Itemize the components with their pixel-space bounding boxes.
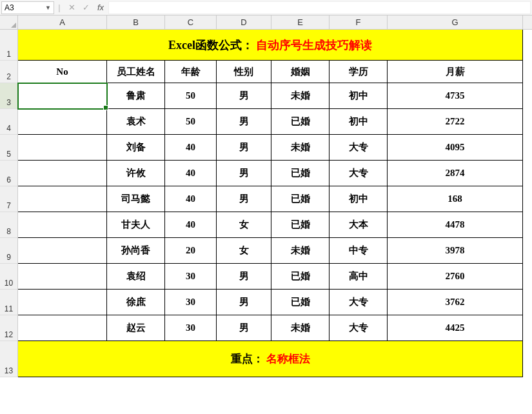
cell-salary[interactable]: 4735	[388, 83, 523, 109]
row-header-3[interactable]: 3	[0, 83, 18, 109]
header-gender[interactable]: 性别	[217, 61, 271, 83]
header-no[interactable]: No	[18, 61, 107, 83]
select-all-corner[interactable]	[0, 15, 18, 29]
cell-marriage[interactable]: 已婚	[271, 186, 330, 212]
cell-gender[interactable]: 男	[217, 186, 271, 212]
cell-salary[interactable]: 2722	[388, 109, 523, 135]
cell-no[interactable]	[18, 238, 107, 264]
cell-age[interactable]: 20	[165, 238, 217, 264]
cell-name[interactable]: 孙尚香	[107, 238, 165, 264]
cell-no[interactable]	[18, 83, 107, 109]
header-edu[interactable]: 学历	[330, 61, 388, 83]
cell-edu[interactable]: 大专	[330, 290, 388, 315]
footer-cell[interactable]: 重点：名称框法	[18, 341, 523, 377]
row-header-4[interactable]: 4	[0, 109, 18, 135]
cell-salary[interactable]: 4095	[388, 135, 523, 161]
cell-marriage[interactable]: 未婚	[271, 238, 330, 264]
cell-age[interactable]: 40	[165, 212, 217, 238]
cell-name[interactable]: 徐庶	[107, 290, 165, 315]
cell-edu[interactable]: 初中	[330, 186, 388, 212]
cell-age[interactable]: 30	[165, 315, 217, 341]
cell-marriage[interactable]: 已婚	[271, 161, 330, 186]
cell-marriage[interactable]: 已婚	[271, 212, 330, 238]
cell-gender[interactable]: 男	[217, 83, 271, 109]
cell-name[interactable]: 鲁肃	[107, 83, 165, 109]
cell-edu[interactable]: 初中	[330, 83, 388, 109]
cell-salary[interactable]: 4478	[388, 212, 523, 238]
cell-gender[interactable]: 男	[217, 135, 271, 161]
col-header-B[interactable]: B	[107, 15, 165, 29]
cell-salary[interactable]: 4425	[388, 315, 523, 341]
header-age[interactable]: 年龄	[165, 61, 217, 83]
row-header-7[interactable]: 7	[0, 186, 18, 212]
row-header-12[interactable]: 12	[0, 315, 18, 341]
cell-age[interactable]: 40	[165, 186, 217, 212]
cell-no[interactable]	[18, 212, 107, 238]
cell-edu[interactable]: 大专	[330, 135, 388, 161]
col-header-G[interactable]: G	[388, 15, 523, 29]
cell-marriage[interactable]: 未婚	[271, 315, 330, 341]
col-header-E[interactable]: E	[271, 15, 330, 29]
cell-salary[interactable]: 2874	[388, 161, 523, 186]
cell-name[interactable]: 赵云	[107, 315, 165, 341]
cell-no[interactable]	[18, 161, 107, 186]
cell-age[interactable]: 50	[165, 109, 217, 135]
row-header-13[interactable]: 13	[0, 341, 18, 377]
name-box[interactable]: A3 ▼	[1, 1, 54, 14]
cell-age[interactable]: 50	[165, 83, 217, 109]
cell-gender[interactable]: 男	[217, 264, 271, 290]
header-marriage[interactable]: 婚姻	[271, 61, 330, 83]
cell-name[interactable]: 甘夫人	[107, 212, 165, 238]
cell-marriage[interactable]: 未婚	[271, 83, 330, 109]
cell-age[interactable]: 30	[165, 264, 217, 290]
row-header-1[interactable]: 1	[0, 30, 18, 61]
row-header-2[interactable]: 2	[0, 61, 18, 83]
row-header-10[interactable]: 10	[0, 264, 18, 290]
col-header-C[interactable]: C	[165, 15, 217, 29]
cell-age[interactable]: 40	[165, 161, 217, 186]
cell-marriage[interactable]: 已婚	[271, 264, 330, 290]
cell-name[interactable]: 刘备	[107, 135, 165, 161]
cell-gender[interactable]: 男	[217, 109, 271, 135]
cell-no[interactable]	[18, 186, 107, 212]
cell-salary[interactable]: 3978	[388, 238, 523, 264]
row-header-11[interactable]: 11	[0, 290, 18, 315]
cell-salary[interactable]: 168	[388, 186, 523, 212]
cell-salary[interactable]: 3762	[388, 290, 523, 315]
cell-edu[interactable]: 高中	[330, 264, 388, 290]
cell-marriage[interactable]: 已婚	[271, 109, 330, 135]
cell-edu[interactable]: 中专	[330, 238, 388, 264]
cell-name[interactable]: 袁术	[107, 109, 165, 135]
cell-age[interactable]: 40	[165, 135, 217, 161]
col-header-D[interactable]: D	[217, 15, 271, 29]
formula-input[interactable]	[108, 1, 531, 14]
cell-edu[interactable]: 大专	[330, 161, 388, 186]
cell-marriage[interactable]: 已婚	[271, 290, 330, 315]
cell-gender[interactable]: 男	[217, 315, 271, 341]
row-header-9[interactable]: 9	[0, 238, 18, 264]
cell-marriage[interactable]: 未婚	[271, 135, 330, 161]
title-cell[interactable]: Excel函数公式：自动序号生成技巧解读	[18, 30, 523, 61]
cell-name[interactable]: 司马懿	[107, 186, 165, 212]
header-name[interactable]: 员工姓名	[107, 61, 165, 83]
cell-name[interactable]: 许攸	[107, 161, 165, 186]
cell-edu[interactable]: 初中	[330, 109, 388, 135]
col-header-A[interactable]: A	[18, 15, 107, 29]
cell-salary[interactable]: 2760	[388, 264, 523, 290]
row-header-8[interactable]: 8	[0, 212, 18, 238]
cell-no[interactable]	[18, 109, 107, 135]
header-salary[interactable]: 月薪	[388, 61, 523, 83]
name-box-dropdown-icon[interactable]: ▼	[45, 5, 51, 11]
cell-no[interactable]	[18, 135, 107, 161]
row-header-5[interactable]: 5	[0, 135, 18, 161]
col-header-F[interactable]: F	[330, 15, 388, 29]
cell-no[interactable]	[18, 315, 107, 341]
cell-no[interactable]	[18, 290, 107, 315]
cell-gender[interactable]: 女	[217, 238, 271, 264]
cell-edu[interactable]: 大专	[330, 315, 388, 341]
cell-edu[interactable]: 大本	[330, 212, 388, 238]
fx-icon[interactable]: fx	[93, 3, 108, 12]
cell-name[interactable]: 袁绍	[107, 264, 165, 290]
cell-gender[interactable]: 男	[217, 161, 271, 186]
cell-age[interactable]: 30	[165, 290, 217, 315]
